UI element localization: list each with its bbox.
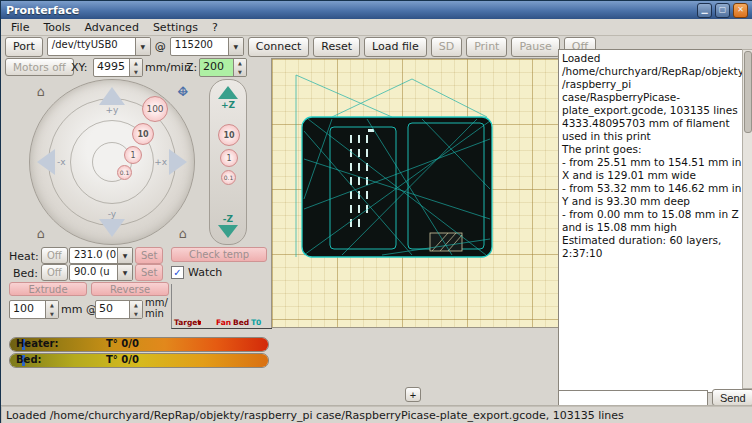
z-distance-10[interactable]: 10: [218, 124, 240, 146]
connect-button[interactable]: Connect: [248, 37, 309, 57]
baud-combo[interactable]: 115200 ▼: [170, 37, 244, 56]
keyboard-jog-button[interactable]: ↔↕: [174, 82, 192, 100]
jog-distance-1[interactable]: 1: [124, 146, 142, 164]
port-combo-value: /dev/ttyUSB0: [48, 38, 135, 55]
minimize-button[interactable]: ▁: [697, 3, 712, 18]
close-button[interactable]: ✕: [733, 3, 748, 18]
heat-temp-combo[interactable]: 231.0 (0 ▼: [69, 247, 133, 264]
arrow-down-icon: [99, 219, 125, 237]
chevron-down-icon[interactable]: ▼: [135, 38, 150, 55]
motors-off-button[interactable]: Motors off: [5, 58, 74, 76]
jog-z-minus-button[interactable]: -Z: [210, 214, 246, 238]
jog-distance-0-1[interactable]: 0.1: [117, 165, 132, 180]
xy-feedrate-spinner[interactable]: 4995 ▲ ▼: [93, 58, 143, 77]
close-icon: ✕: [737, 6, 744, 14]
extrude-button[interactable]: Extrude: [9, 282, 87, 296]
status-text: Loaded /home/churchyard/RepRap/objekty/r…: [6, 409, 624, 422]
jog-x-minus-button[interactable]: -x: [37, 130, 66, 194]
jog-z-minus-label: -Z: [223, 214, 233, 224]
send-button[interactable]: Send: [712, 389, 752, 406]
heat-temp-value: 231.0 (0: [70, 248, 117, 263]
bed-off-button[interactable]: Off: [41, 264, 68, 281]
gcode-command-input[interactable]: [558, 390, 708, 406]
chevron-down-icon[interactable]: ▼: [117, 265, 132, 280]
bed-gauge-fill: [10, 354, 268, 367]
gcode-viewer[interactable]: [271, 58, 559, 328]
z-distance-1[interactable]: 1: [220, 149, 238, 167]
maximize-button[interactable]: ▢: [715, 3, 730, 18]
sd-button[interactable]: SD: [431, 37, 462, 57]
jog-y-minus-button[interactable]: -y: [80, 209, 144, 237]
spinner-up-icon[interactable]: ▲: [130, 59, 142, 68]
home-icon: ⌂: [179, 226, 187, 241]
menu-file[interactable]: File: [4, 21, 36, 34]
check-temp-button[interactable]: Check temp: [171, 247, 267, 262]
jog-z-plus-button[interactable]: +Z: [210, 86, 246, 110]
chevron-down-icon[interactable]: ▼: [228, 38, 243, 55]
jog-x-plus-button[interactable]: +x: [154, 130, 187, 194]
bed-set-button[interactable]: Set: [135, 264, 163, 281]
reset-button[interactable]: Reset: [313, 37, 360, 57]
arrow-up-icon: [218, 86, 238, 99]
extrude-speed-spinner[interactable]: 50 ▲ ▼: [95, 300, 143, 319]
home-x-button[interactable]: ⌂: [32, 224, 50, 242]
port-combo[interactable]: /dev/ttyUSB0 ▼: [47, 37, 151, 56]
menu-help[interactable]: ?: [205, 21, 225, 34]
menu-tools[interactable]: Tools: [36, 21, 77, 34]
z-feed-label: Z:: [186, 61, 197, 74]
z-feedrate-spinner[interactable]: 200 ▲ ▼: [199, 58, 247, 77]
extrude-length-spinner[interactable]: 100 ▲ ▼: [9, 300, 59, 319]
temperature-graph: Target Fan Bed T0: [171, 284, 272, 329]
spinner-up-icon[interactable]: ▲: [46, 301, 58, 310]
arrows-vertical-icon: ↕: [178, 84, 189, 99]
menu-settings[interactable]: Settings: [146, 21, 205, 34]
home-icon: ⌂: [37, 84, 45, 99]
log-scrollbar[interactable]: [742, 49, 752, 389]
pause-button[interactable]: Pause: [511, 37, 559, 57]
baud-combo-value: 115200: [171, 38, 228, 55]
jog-y-plus-label: +y: [106, 105, 119, 115]
chevron-down-icon[interactable]: ▼: [117, 248, 132, 263]
home-y-button[interactable]: ⌂: [174, 224, 192, 242]
print-button[interactable]: Print: [466, 37, 507, 57]
jog-distance-10[interactable]: 10: [132, 123, 154, 145]
xy-jog-pad[interactable]: +y -y -x +x ⌂ ↔↕ ⌂ ⌂ 100 10 1 0.1: [29, 79, 195, 245]
spinner-down-icon[interactable]: ▼: [130, 310, 142, 319]
reverse-button[interactable]: Reverse: [91, 282, 169, 296]
jog-distance-100[interactable]: 100: [142, 96, 168, 122]
watch-checkbox[interactable]: ✓ Watch: [171, 266, 222, 279]
menu-advanced[interactable]: Advanced: [78, 21, 146, 34]
scrollbar-thumb[interactable]: [744, 51, 752, 133]
gcode-preview: [272, 59, 558, 327]
extrude-speed-unit: mm/min: [145, 297, 169, 319]
spinner-down-icon[interactable]: ▼: [46, 310, 58, 319]
home-xy-button[interactable]: ⌂: [32, 82, 50, 100]
graph-fan-label: Fan: [216, 318, 231, 327]
jog-z-plus-label: +Z: [221, 100, 235, 110]
titlebar[interactable]: Pronterface ▁ ▢ ✕: [1, 1, 752, 19]
left-control-panel: Motors off XY: 4995 ▲ ▼ mm/min Z: 200 ▲ …: [1, 57, 269, 405]
heat-set-button[interactable]: Set: [135, 247, 163, 264]
heat-off-button[interactable]: Off: [41, 247, 68, 264]
spinner-down-icon[interactable]: ▼: [130, 68, 142, 77]
port-button[interactable]: Port: [5, 37, 43, 57]
z-distance-0-1[interactable]: 0.1: [221, 170, 236, 185]
jog-y-minus-label: -y: [108, 209, 116, 219]
extrude-length-unit: mm @: [61, 303, 97, 316]
jog-y-plus-button[interactable]: +y: [80, 87, 144, 115]
spinner-up-icon[interactable]: ▲: [130, 301, 142, 310]
spinner-down-icon[interactable]: ▼: [234, 68, 246, 77]
zoom-in-button[interactable]: +: [405, 387, 421, 402]
spinner-up-icon[interactable]: ▲: [234, 59, 246, 68]
extrude-length-value: 100: [10, 301, 45, 318]
bed-temp-combo[interactable]: 90.0 (u ▼: [69, 264, 133, 281]
log-output[interactable]: Loaded /home/churchyard/RepRap/objekty/r…: [558, 49, 750, 393]
arrow-up-icon: [99, 87, 125, 105]
extrude-speed-value: 50: [96, 301, 129, 318]
heater-gauge-label: Heater:: [16, 338, 58, 349]
jog-x-minus-label: -x: [57, 157, 66, 167]
graph-bed-label: Bed: [233, 318, 249, 327]
bed-gauge-label: Bed:: [16, 354, 42, 365]
load-file-button[interactable]: Load file: [364, 37, 427, 57]
at-label: @: [155, 40, 166, 53]
